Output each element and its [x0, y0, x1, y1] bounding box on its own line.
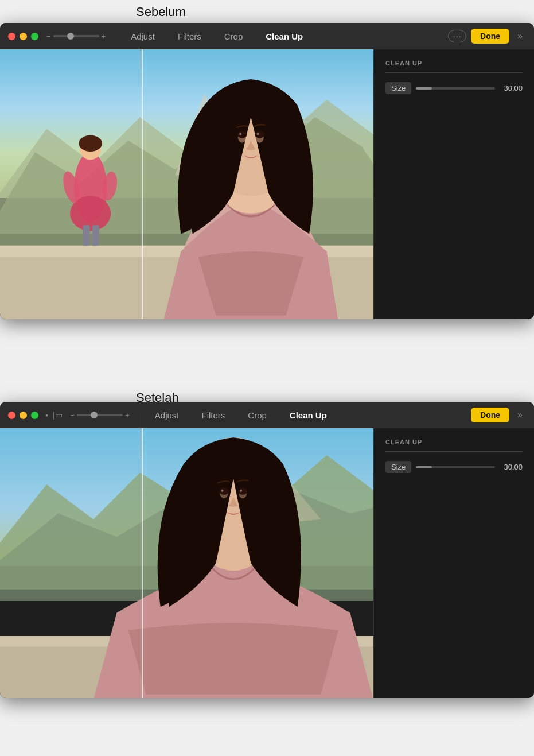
maximize-button[interactable] — [31, 33, 38, 40]
content-after: CLEAN UP Size 30.00 — [0, 428, 534, 698]
panel-divider-before — [385, 72, 523, 73]
chevron-button-after[interactable]: » — [514, 410, 526, 420]
titlebar-after: ▪ |▭ − + Adjust Filters Crop Clean Up Do… — [0, 402, 534, 428]
close-button-after[interactable] — [8, 412, 15, 419]
size-label-before: Size — [385, 82, 411, 94]
svg-point-34 — [219, 488, 228, 495]
annotation-before-line — [141, 23, 141, 69]
size-row-after: Size 30.00 — [385, 461, 523, 473]
size-value-after: 30.00 — [500, 463, 523, 471]
done-button-before[interactable]: Done — [471, 29, 509, 44]
divider-line-after — [142, 428, 143, 698]
zoom-plus-icon: + — [102, 32, 106, 41]
view-split-icon-after[interactable]: |▭ — [53, 410, 63, 420]
panel-title-before: CLEAN UP — [385, 60, 523, 67]
toolbar-crop-after[interactable]: Crop — [236, 407, 278, 424]
minimize-button-after[interactable] — [20, 412, 27, 419]
zoom-slider-before[interactable] — [53, 35, 99, 37]
annotation-before-label: Sebelum — [136, 5, 186, 20]
zoom-control-after: − + — [71, 411, 130, 420]
annotation-after-line — [141, 412, 141, 458]
photo-after — [0, 428, 373, 698]
toolbar-nav-after: Adjust Filters Crop Clean Up — [143, 407, 338, 424]
photo-before — [0, 49, 373, 319]
toolbar-filters-after[interactable]: Filters — [190, 407, 237, 424]
zoom-thumb-after — [91, 412, 98, 418]
photo-svg-before — [0, 49, 373, 319]
sidebar-before: CLEAN UP Size 30.00 — [373, 49, 534, 319]
svg-rect-13 — [92, 225, 99, 246]
window-before: − + Adjust Filters Crop Clean Up ··· Don… — [0, 23, 534, 319]
toolbar-cleanup-after[interactable]: Clean Up — [278, 407, 338, 424]
zoom-minus-icon: − — [46, 32, 51, 41]
panel-title-after: CLEAN UP — [385, 439, 523, 445]
chevron-button-before[interactable]: » — [514, 31, 526, 41]
toolbar-adjust-after[interactable]: Adjust — [143, 407, 190, 424]
titlebar-before: − + Adjust Filters Crop Clean Up ··· Don… — [0, 23, 534, 49]
panel-divider-after — [385, 451, 523, 452]
svg-point-21 — [239, 133, 241, 135]
toolbar-crop-before[interactable]: Crop — [213, 28, 255, 45]
done-button-after[interactable]: Done — [471, 408, 509, 422]
traffic-lights-after — [8, 412, 38, 419]
size-row-before: Size 30.00 — [385, 82, 523, 94]
more-button-before[interactable]: ··· — [448, 30, 466, 42]
toolbar-filters-before[interactable]: Filters — [166, 28, 213, 45]
annotation-after-label: Setelah — [136, 390, 179, 405]
size-fill-before — [416, 87, 432, 90]
maximize-button-after[interactable] — [31, 412, 38, 419]
photo-svg-after — [0, 428, 373, 698]
size-value-before: 30.00 — [500, 84, 523, 92]
size-track-before[interactable] — [416, 87, 495, 90]
toolbar-cleanup-before[interactable]: Clean Up — [254, 28, 314, 45]
zoom-thumb-before — [67, 33, 74, 40]
close-button[interactable] — [8, 33, 15, 40]
divider-line-before — [142, 49, 143, 319]
svg-point-20 — [255, 131, 264, 138]
view-icon-after[interactable]: ▪ — [45, 410, 48, 420]
more-dots-icon: ··· — [453, 32, 462, 41]
window-after: ▪ |▭ − + Adjust Filters Crop Clean Up Do… — [0, 402, 534, 698]
traffic-lights-before — [8, 33, 38, 40]
svg-point-9 — [79, 135, 102, 152]
minimize-button[interactable] — [20, 33, 27, 40]
size-fill-after — [416, 466, 432, 468]
svg-point-37 — [240, 490, 242, 492]
size-track-after[interactable] — [416, 466, 495, 468]
sidebar-after: CLEAN UP Size 30.00 — [373, 428, 534, 698]
svg-rect-12 — [83, 225, 89, 246]
content-before: CLEAN UP Size 30.00 — [0, 49, 534, 319]
toolbar-nav-before: Adjust Filters Crop Clean Up — [119, 28, 314, 45]
svg-point-19 — [237, 131, 247, 138]
zoom-minus-icon-after: − — [71, 411, 75, 420]
zoom-control-before: − + — [46, 32, 106, 41]
svg-point-35 — [238, 488, 247, 495]
zoom-slider-after[interactable] — [77, 414, 123, 416]
window-icons-after: ▪ |▭ — [45, 410, 63, 420]
zoom-plus-icon-after: + — [125, 411, 130, 420]
svg-point-22 — [257, 133, 259, 135]
toolbar-adjust-before[interactable]: Adjust — [119, 28, 166, 45]
svg-point-36 — [221, 490, 224, 492]
size-label-after: Size — [385, 461, 411, 473]
